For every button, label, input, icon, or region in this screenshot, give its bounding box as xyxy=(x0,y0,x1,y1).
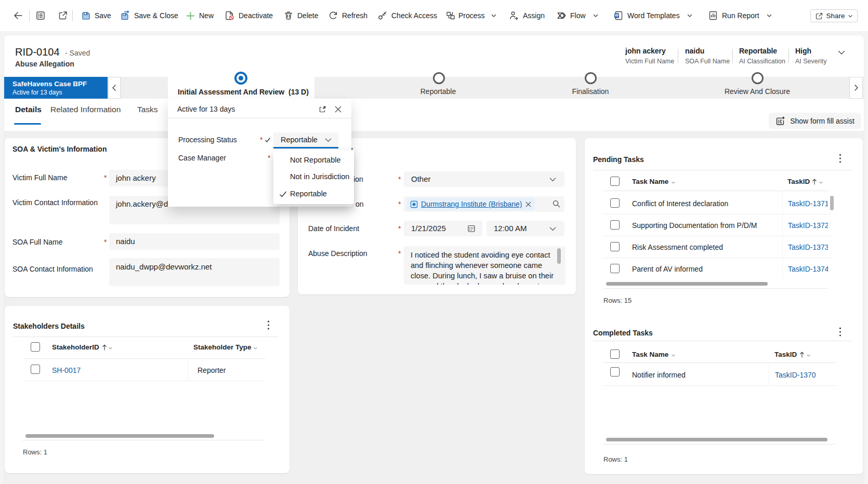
svg-text:W: W xyxy=(615,13,619,18)
